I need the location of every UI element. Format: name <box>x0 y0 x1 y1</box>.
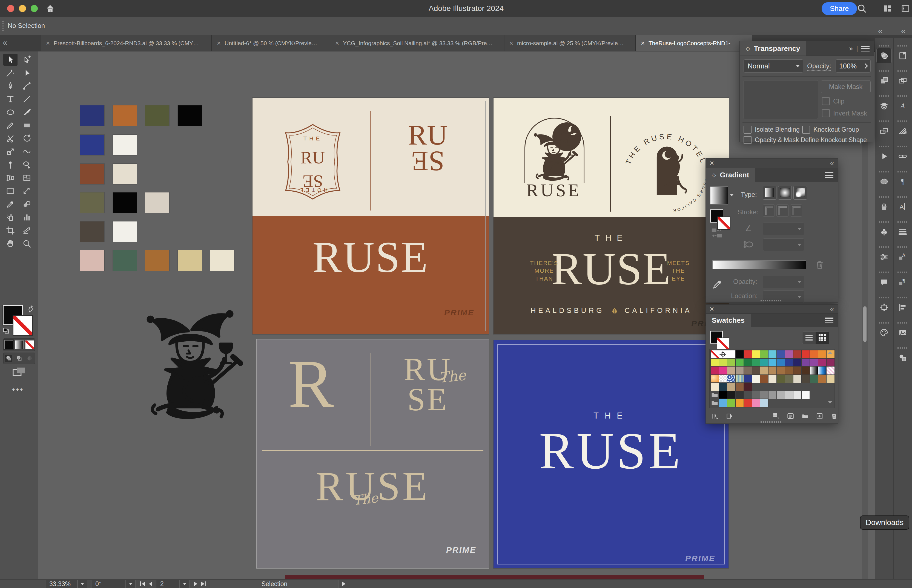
gradient-preview-swatch[interactable] <box>710 186 728 205</box>
invert-mask-checkbox[interactable] <box>822 109 830 117</box>
scissors-tool[interactable] <box>3 132 18 145</box>
swatches-panel-tab[interactable]: Swatches <box>706 314 751 327</box>
knockout-shape-checkbox[interactable] <box>744 136 752 144</box>
stroke-across-button[interactable] <box>790 205 802 216</box>
swatch-color[interactable] <box>736 367 744 375</box>
swatch-color[interactable] <box>727 351 735 358</box>
document-tab[interactable]: ×YCG_Infographics_Soil Nailing.ai* @ 33.… <box>330 35 504 51</box>
export-panel-icon[interactable] <box>895 351 910 365</box>
swatch-color[interactable] <box>744 351 752 358</box>
character-styles-panel-icon[interactable]: A <box>895 250 910 265</box>
vertical-scrollbar-thumb[interactable] <box>863 306 867 342</box>
swatch-color[interactable] <box>719 399 727 407</box>
tab-close-icon[interactable]: × <box>46 39 50 47</box>
artboard-nav-next[interactable] <box>194 582 197 586</box>
swatch-color[interactable] <box>777 359 785 367</box>
swatch-color[interactable] <box>793 359 801 367</box>
selection-panel-icon[interactable] <box>876 174 891 189</box>
swatch-color[interactable] <box>768 375 776 383</box>
dock-drag-handle[interactable] <box>879 145 889 147</box>
swatch-color[interactable] <box>760 375 768 383</box>
stroke-panel-icon[interactable] <box>895 225 910 239</box>
swatch-color[interactable] <box>777 375 785 383</box>
swatch-none[interactable] <box>711 351 719 358</box>
swatch-pattern[interactable] <box>818 367 826 375</box>
zoom-dropdown-icon[interactable] <box>78 580 87 588</box>
eyedropper-tool[interactable] <box>3 198 18 210</box>
canvas-color-chip[interactable] <box>113 164 137 184</box>
swatch-color[interactable] <box>826 359 834 367</box>
swatch-color[interactable] <box>727 391 735 399</box>
collapse-panel-icon[interactable]: » <box>849 44 853 53</box>
reverse-gradient-icon[interactable] <box>711 228 723 238</box>
swatch-color[interactable] <box>727 359 735 367</box>
paragraph-panel-icon[interactable]: ¶ <box>895 174 910 189</box>
share-button[interactable]: Share <box>821 2 857 15</box>
artboard-concept-3[interactable]: R RUSE The RUSE The PRIME <box>257 339 489 568</box>
magic-wand-tool[interactable] <box>3 67 18 79</box>
canvas-color-chip[interactable] <box>145 192 169 213</box>
swatch-color[interactable] <box>760 359 768 367</box>
character-panel-icon[interactable]: A <box>895 99 910 113</box>
artboard-concept-2[interactable]: RUSE THE RUSE HOTEL HEALDSBURG CALIFORNI… <box>493 98 729 334</box>
home-icon[interactable] <box>45 4 55 13</box>
collapse-dock-icon-2[interactable]: « <box>901 26 906 36</box>
swatch-color[interactable] <box>802 375 810 383</box>
swatch-color[interactable] <box>711 367 719 375</box>
swatch-color[interactable] <box>752 375 760 383</box>
swatch-color[interactable] <box>793 391 801 399</box>
dock-drag-handle[interactable] <box>879 70 889 72</box>
swatch-color[interactable] <box>810 351 818 358</box>
symbols-panel-icon[interactable] <box>876 225 891 239</box>
swatch-pattern[interactable] <box>810 367 818 375</box>
artboard-concept-4[interactable]: THE RUSE PRIME <box>493 340 729 568</box>
swatch-color[interactable] <box>752 391 760 399</box>
dock-drag-handle[interactable] <box>897 70 908 72</box>
mesh-tool[interactable] <box>20 172 34 184</box>
canvas-color-chip[interactable] <box>80 105 104 126</box>
shaper-tool[interactable] <box>20 120 34 131</box>
stroke-along-button[interactable] <box>776 205 789 216</box>
dock-drag-handle[interactable] <box>897 196 908 198</box>
rotation-field[interactable]: 0° <box>91 580 126 588</box>
swatch-color[interactable] <box>744 375 752 383</box>
scale-tool[interactable] <box>3 145 18 158</box>
show-swatch-kinds-icon[interactable] <box>772 411 780 421</box>
canvas-color-chip[interactable] <box>210 250 234 271</box>
symbol-sprayer-tool[interactable] <box>3 211 18 223</box>
swatch-color[interactable] <box>719 383 727 391</box>
blend-tool[interactable] <box>20 198 34 210</box>
panel-resize-handle[interactable] <box>760 300 783 301</box>
dock-drag-handle[interactable] <box>879 297 889 298</box>
zoom-tool[interactable] <box>20 237 34 250</box>
document-tab[interactable]: ×Prescott-Billboards_6-2024-RND3.ai @ 33… <box>41 35 212 51</box>
document-tab[interactable]: ×micro-sample.ai @ 25 % (CMYK/Previe… <box>505 35 635 51</box>
artboard-options-icon[interactable] <box>876 300 891 315</box>
status-expand-icon[interactable] <box>342 582 345 586</box>
scroll-down-icon[interactable] <box>828 401 832 404</box>
tab-close-icon[interactable]: × <box>641 39 645 47</box>
type-tool[interactable] <box>3 93 18 105</box>
swatch-color[interactable] <box>768 367 776 375</box>
hand-tool[interactable] <box>3 237 18 250</box>
swatch-pattern[interactable] <box>826 367 834 375</box>
direct-selection-tool[interactable] <box>20 54 34 66</box>
dock-drag-handle[interactable] <box>879 45 889 47</box>
swatch-pattern[interactable] <box>719 375 727 383</box>
glyphs-panel-icon[interactable]: A <box>895 199 910 214</box>
screen-mode-icon[interactable] <box>12 366 26 378</box>
swatch-color[interactable] <box>785 391 793 399</box>
canvas-color-chip[interactable] <box>80 221 104 242</box>
gradient-tool[interactable] <box>3 185 18 197</box>
swatch-color[interactable] <box>802 351 810 358</box>
swatch-color[interactable] <box>818 375 826 383</box>
align-panel-icon[interactable] <box>895 300 910 315</box>
dock-drag-handle[interactable] <box>879 196 889 198</box>
delete-stop-icon[interactable] <box>814 259 825 270</box>
swatch-color[interactable] <box>802 367 810 375</box>
swatch-color[interactable] <box>818 351 826 358</box>
artboards-panel-icon[interactable] <box>876 124 891 139</box>
pencil-tool[interactable] <box>3 120 18 131</box>
canvas-color-chip[interactable] <box>80 250 104 271</box>
swatch-color[interactable] <box>752 367 760 375</box>
